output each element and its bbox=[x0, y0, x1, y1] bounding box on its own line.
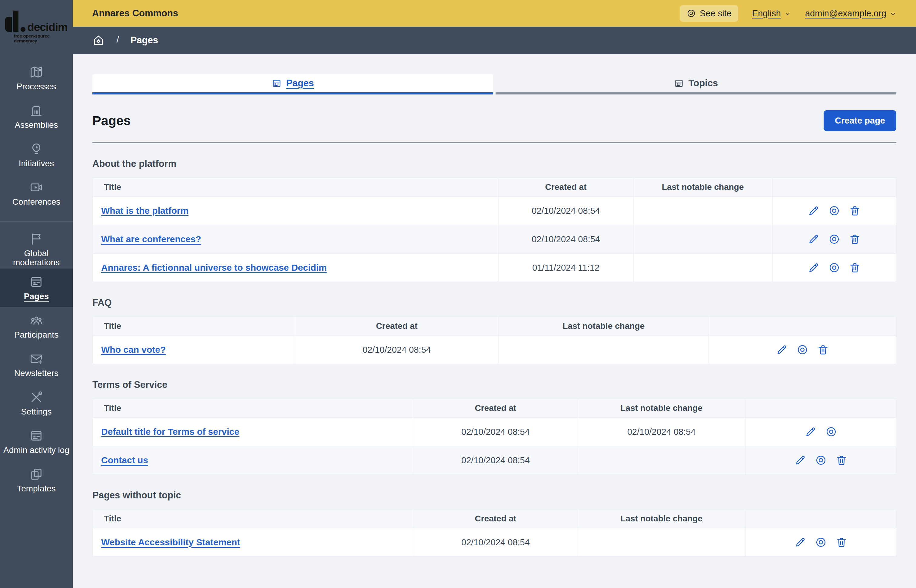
trash-icon bbox=[835, 536, 848, 548]
breadcrumb: / Pages bbox=[73, 27, 916, 54]
sidebar-item-admin-activity-log[interactable]: Admin activity log bbox=[0, 422, 73, 461]
preview-button[interactable] bbox=[828, 233, 840, 245]
sidebar-nav-admin: Global moderationsPagesParticipantsNewsl… bbox=[0, 230, 73, 499]
article-icon bbox=[674, 78, 684, 89]
cell-created-at: 01/11/2024 11:12 bbox=[498, 254, 633, 282]
preview-button[interactable] bbox=[828, 262, 840, 274]
edit-button[interactable] bbox=[808, 205, 820, 217]
edit-button[interactable] bbox=[794, 536, 806, 548]
building-icon bbox=[29, 103, 43, 118]
main-column: Annares Commons See site English admin@e… bbox=[73, 0, 916, 588]
people-icon bbox=[29, 313, 43, 327]
delete-button[interactable] bbox=[849, 233, 861, 245]
section-faq: FAQTitleCreated atLast notable changeWho… bbox=[92, 297, 896, 364]
table-row: Contact us02/10/2024 08:54 bbox=[93, 446, 896, 475]
home-icon[interactable] bbox=[92, 34, 105, 47]
page-title-link[interactable]: What are conferences? bbox=[101, 234, 201, 244]
pencil-icon bbox=[804, 426, 817, 438]
edit-button[interactable] bbox=[808, 262, 820, 274]
preview-button[interactable] bbox=[825, 426, 837, 438]
column-header-title: Title bbox=[93, 178, 498, 197]
breadcrumb-separator: / bbox=[117, 35, 119, 46]
page-title-link[interactable]: Contact us bbox=[101, 455, 148, 465]
page-title: Pages bbox=[92, 113, 131, 128]
page-title-link[interactable]: Website Accessibility Statement bbox=[101, 537, 240, 547]
sidebar-item-global-moderations[interactable]: Global moderations bbox=[0, 230, 73, 268]
sidebar-item-label: Initiatives bbox=[17, 159, 56, 168]
preview-button[interactable] bbox=[828, 205, 840, 217]
trash-icon bbox=[835, 454, 848, 466]
section-heading: Terms of Service bbox=[92, 380, 896, 390]
column-header-change: Last notable change bbox=[577, 399, 746, 418]
chevron-down-icon bbox=[889, 10, 897, 17]
eye-icon bbox=[828, 205, 840, 217]
pencil-icon bbox=[794, 454, 806, 466]
delete-button[interactable] bbox=[835, 454, 848, 466]
section-terms-of-service: Terms of ServiceTitleCreated atLast nota… bbox=[92, 380, 896, 475]
edit-button[interactable] bbox=[794, 454, 806, 466]
delete-button[interactable] bbox=[817, 344, 829, 356]
pencil-icon bbox=[776, 344, 788, 356]
edit-button[interactable] bbox=[776, 344, 788, 356]
article-icon bbox=[272, 78, 282, 89]
column-header-change: Last notable change bbox=[633, 178, 772, 197]
sidebar-item-participants[interactable]: Participants bbox=[0, 307, 73, 346]
sidebar-item-pages[interactable]: Pages bbox=[0, 268, 73, 307]
trash-icon bbox=[817, 344, 829, 356]
column-header-change: Last notable change bbox=[498, 317, 709, 336]
column-header-actions bbox=[772, 178, 896, 197]
pages-topics-tabs: PagesTopics bbox=[92, 74, 896, 94]
sidebar-item-newsletters[interactable]: Newsletters bbox=[0, 346, 73, 384]
delete-button[interactable] bbox=[849, 262, 861, 274]
sidebar-item-initiatives[interactable]: Initiatives bbox=[0, 136, 73, 174]
table-header-row: TitleCreated atLast notable change bbox=[93, 399, 896, 418]
cell-last-notable-change bbox=[633, 225, 772, 254]
tools-icon bbox=[29, 390, 43, 404]
cell-last-notable-change: 02/10/2024 08:54 bbox=[577, 418, 746, 446]
content-area: PagesTopics Pages Create page About the … bbox=[73, 54, 916, 588]
account-email-label: admin@example.org bbox=[805, 8, 886, 18]
table-row: Who can vote?02/10/2024 08:54 bbox=[93, 336, 896, 364]
table-row: Website Accessibility Statement02/10/202… bbox=[93, 528, 896, 557]
sidebar-item-templates[interactable]: Templates bbox=[0, 461, 73, 499]
see-site-button[interactable]: See site bbox=[680, 5, 738, 22]
cell-last-notable-change bbox=[498, 336, 709, 364]
section-heading: Pages without topic bbox=[92, 490, 896, 501]
delete-button[interactable] bbox=[849, 205, 861, 217]
sidebar-item-assemblies[interactable]: Assemblies bbox=[0, 97, 73, 136]
sidebar-item-label: Assemblies bbox=[13, 121, 60, 129]
column-header-created: Created at bbox=[295, 317, 498, 336]
edit-button[interactable] bbox=[808, 233, 820, 245]
create-page-button[interactable]: Create page bbox=[824, 110, 896, 131]
preview-button[interactable] bbox=[815, 454, 827, 466]
column-header-title: Title bbox=[93, 509, 414, 528]
account-dropdown[interactable]: admin@example.org bbox=[805, 8, 897, 18]
delete-button[interactable] bbox=[835, 536, 848, 548]
page-title-link[interactable]: Default title for Terms of service bbox=[101, 426, 239, 437]
page-title-link[interactable]: Annares: A fictionnal universe to showca… bbox=[101, 263, 327, 273]
column-header-title: Title bbox=[93, 399, 414, 418]
sidebar-item-conferences[interactable]: Conferences bbox=[0, 174, 73, 213]
sidebar-item-settings[interactable]: Settings bbox=[0, 384, 73, 422]
tab-pages[interactable]: Pages bbox=[92, 74, 493, 94]
sidebar-item-processes[interactable]: Processes bbox=[0, 59, 73, 97]
column-header-change: Last notable change bbox=[577, 509, 746, 528]
preview-button[interactable] bbox=[815, 536, 827, 548]
map-icon bbox=[29, 65, 43, 79]
language-dropdown[interactable]: English bbox=[752, 8, 791, 18]
article-icon bbox=[29, 429, 43, 443]
page-sections: About the platformTitleCreated atLast no… bbox=[92, 158, 896, 557]
page-title-link[interactable]: What is the platform bbox=[101, 205, 188, 216]
tab-label: Topics bbox=[688, 78, 718, 89]
eye-icon bbox=[825, 426, 837, 438]
page-title-link[interactable]: Who can vote? bbox=[101, 344, 166, 355]
sidebar-item-label: Global moderations bbox=[0, 249, 73, 267]
tab-topics[interactable]: Topics bbox=[495, 74, 896, 94]
decidim-logo-name: decidim bbox=[27, 23, 68, 32]
language-label: English bbox=[752, 8, 781, 18]
preview-button[interactable] bbox=[796, 344, 808, 356]
cell-last-notable-change bbox=[633, 197, 772, 225]
edit-button[interactable] bbox=[804, 426, 817, 438]
breadcrumb-current: Pages bbox=[131, 35, 158, 46]
decidim-logo[interactable]: decidim free open-source democracy bbox=[0, 0, 73, 54]
